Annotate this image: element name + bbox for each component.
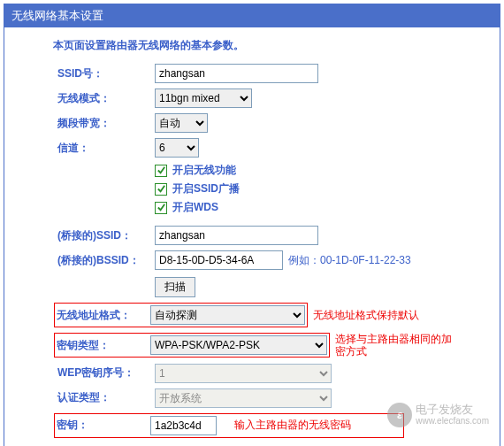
channel-select[interactable]: 6 <box>155 138 199 158</box>
watermark-url: www.elecfans.com <box>416 416 489 426</box>
bridge-bssid-label: (桥接的)BSSID： <box>57 253 155 268</box>
ssid-label: SSID号： <box>57 66 155 81</box>
row-bandwidth: 频段带宽： 自动 <box>57 113 482 133</box>
row-channel: 信道： 6 <box>57 138 482 158</box>
mode-label: 无线模式： <box>57 91 155 106</box>
wep-index-select: 1 <box>155 364 332 383</box>
checkbox-enable-wireless[interactable]: 开启无线功能 <box>155 163 482 178</box>
panel-content: 本页面设置路由器无线网络的基本参数。 SSID号： 无线模式： 11bgn mi… <box>4 27 500 446</box>
ssid-input[interactable] <box>155 64 318 83</box>
panel-title: 无线网络基本设置 <box>4 4 500 27</box>
checkbox-wds-label: 开启WDS <box>172 200 218 215</box>
key-type-label: 密钥类型： <box>57 338 150 353</box>
checkbox-ssid-broadcast[interactable]: 开启SSID广播 <box>155 181 482 196</box>
settings-panel: 无线网络基本设置 本页面设置路由器无线网络的基本参数。 SSID号： 无线模式：… <box>4 4 500 446</box>
checkbox-icon <box>155 183 167 196</box>
scan-row: 扫描 <box>57 275 482 303</box>
key-input[interactable] <box>150 416 217 435</box>
bridge-bssid-input[interactable] <box>155 250 283 270</box>
row-ssid: SSID号： <box>57 64 482 83</box>
bandwidth-label: 频段带宽： <box>57 116 155 131</box>
watermark-cn: 电子发烧友 <box>416 404 489 416</box>
row-mode: 无线模式： 11bgn mixed <box>57 88 482 108</box>
bssid-example: 例如：00-1D-0F-11-22-33 <box>288 253 411 268</box>
key-type-select[interactable]: WPA-PSK/WPA2-PSK <box>150 335 327 355</box>
channel-label: 信道： <box>57 141 155 156</box>
row-addr-format: 无线地址格式： 自动探测 无线地址格式保持默认 <box>54 303 482 327</box>
bridge-ssid-label: (桥接的)SSID： <box>57 228 155 243</box>
checkbox-enable-label: 开启无线功能 <box>172 163 236 178</box>
addr-format-select[interactable]: 自动探测 <box>150 305 305 325</box>
bandwidth-select[interactable]: 自动 <box>155 113 208 133</box>
scan-button[interactable]: 扫描 <box>155 277 195 297</box>
watermark-icon: ε <box>387 403 412 427</box>
row-bridge-ssid: (桥接的)SSID： <box>57 226 482 245</box>
key-type-note: 选择与主路由器相同的加密方式 <box>335 333 459 358</box>
addr-format-label: 无线地址格式： <box>57 308 150 323</box>
watermark: ε 电子发烧友 www.elecfans.com <box>387 403 489 427</box>
bridge-ssid-input[interactable] <box>155 226 318 245</box>
checkbox-wds[interactable]: 开启WDS <box>155 200 482 215</box>
row-wep-index: WEP密钥序号： 1 <box>57 364 482 383</box>
checkbox-ssid-label: 开启SSID广播 <box>172 181 240 196</box>
checkbox-icon <box>155 165 167 177</box>
key-label: 密钥： <box>57 418 150 433</box>
row-bridge-bssid: (桥接的)BSSID： 例如：00-1D-0F-11-22-33 <box>57 250 482 270</box>
mode-select[interactable]: 11bgn mixed <box>155 88 252 108</box>
addr-format-note: 无线地址格式保持默认 <box>313 308 419 323</box>
wep-index-label: WEP密钥序号： <box>57 365 155 381</box>
intro-text: 本页面设置路由器无线网络的基本参数。 <box>53 38 482 53</box>
auth-type-label: 认证类型： <box>57 390 155 405</box>
checkbox-icon <box>155 202 167 214</box>
key-note: 输入主路由器的无线密码 <box>234 418 351 433</box>
row-key-type: 密钥类型： WPA-PSK/WPA2-PSK 选择与主路由器相同的加密方式 <box>54 333 482 358</box>
auth-type-select: 开放系统 <box>155 388 332 408</box>
